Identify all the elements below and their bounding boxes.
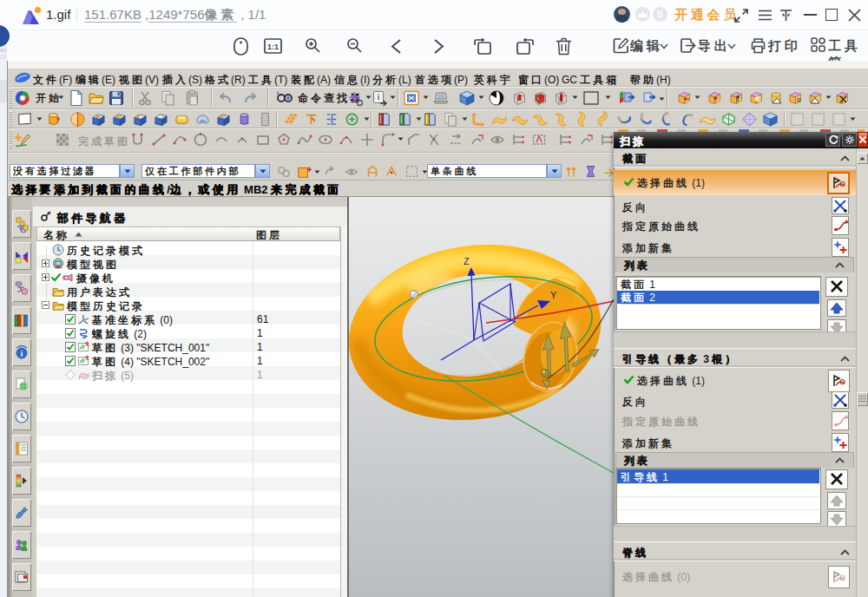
svg-text:1:1: 1:1 bbox=[267, 43, 279, 51]
svg-text:i: i bbox=[21, 350, 23, 358]
svg-text:Y: Y bbox=[550, 290, 557, 300]
svg-text:i: i bbox=[378, 93, 380, 102]
svg-text:S: S bbox=[797, 97, 801, 103]
svg-text:Z: Z bbox=[464, 256, 470, 266]
